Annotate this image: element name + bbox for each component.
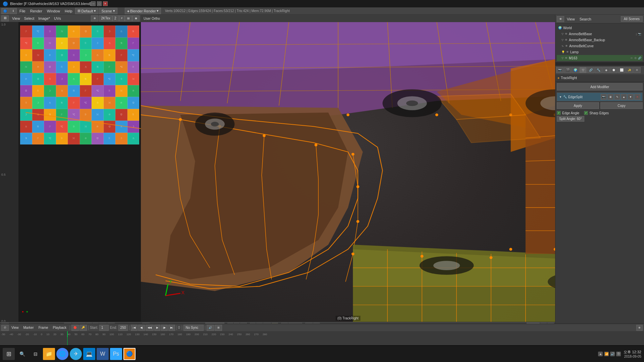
- tray-icon1[interactable]: ▲: [598, 352, 603, 356]
- windows-taskbar: ⊞ 🔍 ⊟ 📁 🌐 ✈ 💻 W Ps 🔵 ▲ 📶 🔊 한 오후 12:32 20…: [0, 345, 644, 362]
- modifier-up-icon[interactable]: ▲: [621, 94, 627, 100]
- timeline-ruler[interactable]: -50 -40 -30 -20 -10 0 10 20 30 40 50 60 …: [0, 331, 644, 337]
- uv-menu-view[interactable]: View: [10, 16, 22, 21]
- scene-item-lamp[interactable]: 💡 👁 Lamp: [557, 49, 643, 55]
- jump-start-btn[interactable]: |◀: [131, 325, 138, 331]
- physics-icon[interactable]: ⚛: [633, 67, 641, 73]
- timeline-icon[interactable]: ⏱: [1, 325, 9, 331]
- tick-230: 230: [220, 333, 224, 336]
- timeline-extras-icon[interactable]: ⊞: [215, 325, 222, 331]
- frame-num[interactable]: 2: [112, 15, 119, 21]
- uv-menu-uvs[interactable]: UVs: [52, 16, 63, 21]
- render-engine-selector[interactable]: ◈ Blender Render ▾: [125, 8, 161, 14]
- material-icon[interactable]: ⬟: [610, 67, 618, 73]
- data-icon[interactable]: ◈: [602, 67, 610, 73]
- volume-icon[interactable]: 🔊: [610, 352, 615, 356]
- uv-pin-btn[interactable]: F: [119, 15, 125, 21]
- sharp-edges-checkbox[interactable]: ✓: [584, 111, 588, 115]
- scene-item-ammo-belt-base[interactable]: ▽ 👁 AmmoBeltBase | 📷: [557, 31, 643, 37]
- play-btn[interactable]: ▶: [154, 325, 160, 331]
- task-view-button[interactable]: ⊟: [30, 348, 42, 360]
- uv-menu-image[interactable]: Image*: [36, 16, 52, 21]
- audio-icon[interactable]: 🔊: [207, 325, 214, 331]
- screen-layout-dropdown[interactable]: ⊞ Default ▾: [75, 8, 99, 14]
- rp-search-tab[interactable]: Search: [578, 16, 593, 22]
- uv-display-icon[interactable]: ⊕: [91, 15, 98, 21]
- render-props-icon[interactable]: 📷: [556, 67, 564, 73]
- 3d-viewport[interactable]: User Ortho: [141, 15, 555, 323]
- timeline-track-area[interactable]: [0, 337, 644, 345]
- texture-icon[interactable]: ⬜: [618, 67, 625, 73]
- scene-item-m163[interactable]: ▽ 👁 M163 ✏ ⚙ 🔗: [557, 55, 643, 61]
- uv-options-btn[interactable]: ▤: [125, 15, 132, 21]
- constraints-icon[interactable]: 🔗: [587, 67, 594, 73]
- blender-taskbar-icon[interactable]: 🔵: [123, 348, 136, 360]
- modifier-icon[interactable]: 🔧: [595, 67, 602, 73]
- modifier-header[interactable]: ▼ 🔧 EdgeSplit 📷 🖥 ✎ ▲ ▼ ✕: [557, 93, 643, 101]
- particles-icon[interactable]: ✨: [626, 67, 633, 73]
- photoshop-icon[interactable]: Ps: [110, 348, 122, 360]
- fps-sync-btn[interactable]: No Sync: [183, 325, 204, 331]
- close-button[interactable]: ✕: [103, 1, 108, 6]
- auto-keying-icon[interactable]: 🔴: [71, 325, 79, 331]
- viewport-header: User Ortho: [141, 15, 555, 22]
- modifier-edit-icon[interactable]: ✎: [614, 94, 620, 100]
- telegram-icon[interactable]: ✈: [70, 348, 82, 360]
- rp-view-tab[interactable]: View: [565, 16, 577, 22]
- timeline-frame-item[interactable]: Frame: [37, 325, 50, 330]
- keying-sets-icon[interactable]: 🔑: [79, 325, 87, 331]
- split-angle-button[interactable]: Split Angle: 60°: [557, 116, 584, 122]
- all-scenes-tab[interactable]: All Scenes: [621, 16, 643, 22]
- uv-editor-icon[interactable]: 🖼: [1, 15, 9, 21]
- scene-item-world[interactable]: 🌍 World: [557, 25, 643, 31]
- menu-help[interactable]: Help: [63, 8, 74, 14]
- blender-icon[interactable]: 🔵: [1, 8, 9, 14]
- start-frame-input[interactable]: 1: [99, 325, 109, 331]
- language-icon[interactable]: 한: [616, 352, 621, 356]
- prev-keyframe-btn[interactable]: ◀|: [138, 325, 145, 331]
- tl-options-btn[interactable]: ⊕: [636, 325, 643, 331]
- scene-dropdown[interactable]: Scene ▾: [99, 8, 117, 14]
- vscode-icon[interactable]: 💻: [83, 348, 95, 360]
- add-modifier-button[interactable]: Add Modifier: [557, 83, 643, 90]
- scene-item-ammo-belt-curve[interactable]: ∿ 👁 AmmoBeltCurve: [557, 43, 643, 49]
- end-frame-input[interactable]: 250: [118, 325, 128, 331]
- play-reverse-btn[interactable]: ◀◀: [146, 325, 154, 331]
- modifier-down-icon[interactable]: ▼: [628, 94, 634, 100]
- search-button[interactable]: 🔍: [16, 348, 28, 360]
- next-keyframe-btn[interactable]: |▶: [161, 325, 168, 331]
- scene-item-ammo-belt-backup[interactable]: ▽ 👁 AmmoBeltBase_Backup: [557, 37, 643, 43]
- chrome-icon[interactable]: 🌐: [56, 348, 68, 360]
- timeline-view-item[interactable]: View: [9, 325, 21, 330]
- uv-cell-3-2: ℧: [44, 61, 56, 73]
- modifier-realtime-icon[interactable]: 🖥: [607, 94, 613, 100]
- texture-name-input[interactable]: 2KTex: [99, 15, 112, 21]
- menu-file[interactable]: File: [17, 8, 28, 14]
- modifier-delete-icon[interactable]: ✕: [634, 94, 640, 100]
- info-icon[interactable]: ℹ: [9, 8, 17, 14]
- scene-props-icon[interactable]: 🎬: [564, 67, 571, 73]
- edge-angle-checkbox[interactable]: ✓: [557, 111, 561, 115]
- world-props-icon[interactable]: 🌍: [572, 67, 579, 73]
- uv-extra-btn[interactable]: ◉: [132, 15, 140, 21]
- timeline-marker-item[interactable]: Marker: [21, 325, 36, 330]
- modifier-camera-icon[interactable]: 📷: [601, 94, 607, 100]
- apply-button[interactable]: Apply: [557, 102, 599, 109]
- menu-render[interactable]: Render: [28, 8, 44, 14]
- menu-window[interactable]: Window: [45, 8, 62, 14]
- timeline-playback-item[interactable]: Playback: [51, 325, 69, 330]
- view-btn[interactable]: 👁: [557, 16, 564, 22]
- maximize-button[interactable]: □: [97, 1, 102, 6]
- copy-button[interactable]: Copy: [600, 102, 643, 109]
- jump-end-btn[interactable]: ▶|: [168, 325, 175, 331]
- model-viewport: X Y (0) TrackRight: [141, 22, 555, 323]
- start-button[interactable]: ⊞: [3, 348, 15, 360]
- file-explorer-icon[interactable]: 📁: [43, 348, 55, 360]
- minimize-button[interactable]: ─: [91, 1, 96, 6]
- word-icon[interactable]: W: [97, 348, 109, 360]
- uv-cell-8-1: ℜ: [32, 121, 44, 133]
- network-icon[interactable]: 📶: [604, 352, 609, 356]
- uv-menu-select[interactable]: Select: [22, 16, 37, 21]
- uv-grid-area[interactable]: ℱ℃ℬℳ℗℧ℛℑℌℜ℃ℬℳ℗℧ℛℑℌℜℱℬℳ℗℧ℛℑℌℜℱ℃ℳ℗℧ℛℑℌℜℱ℃ℬ…: [18, 22, 141, 323]
- object-props-icon[interactable]: ▽: [579, 67, 587, 73]
